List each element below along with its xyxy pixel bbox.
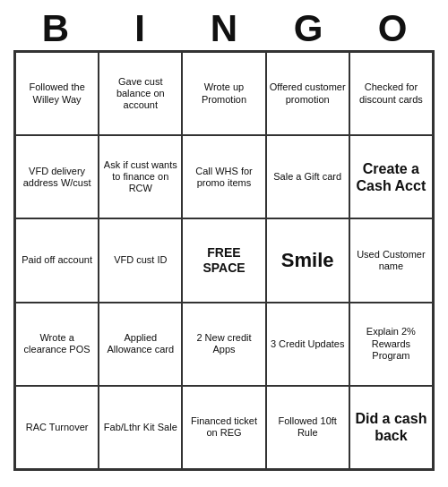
- cell-r0-c0[interactable]: Followed the Willey Way: [15, 52, 99, 135]
- cell-r2-c0[interactable]: Paid off account: [15, 218, 99, 302]
- header-letter: O: [350, 7, 435, 50]
- header-letter: G: [266, 7, 350, 50]
- cell-r1-c2[interactable]: Call WHS for promo items: [182, 135, 265, 218]
- cell-r1-c0[interactable]: VFD delivery address W/cust: [15, 135, 99, 218]
- cell-r0-c3[interactable]: Offered customer promotion: [266, 52, 349, 135]
- cell-r3-c1[interactable]: Applied Allowance card: [99, 303, 182, 386]
- cell-r3-c2[interactable]: 2 New credit Apps: [182, 303, 265, 386]
- cell-r2-c4[interactable]: Used Customer name: [349, 218, 433, 302]
- cell-r0-c4[interactable]: Checked for discount cards: [349, 52, 433, 135]
- cell-r0-c1[interactable]: Gave cust balance on account: [99, 52, 182, 135]
- cell-r2-c3[interactable]: Smile: [266, 218, 349, 302]
- cell-r3-c3[interactable]: 3 Credit Updates: [266, 303, 349, 386]
- cell-r4-c1[interactable]: Fab/Lthr Kit Sale: [99, 386, 182, 469]
- header-letter: N: [182, 7, 266, 50]
- cell-r0-c2[interactable]: Wrote up Promotion: [182, 52, 265, 135]
- cell-r1-c1[interactable]: Ask if cust wants to finance on RCW: [99, 135, 182, 218]
- cell-r2-c2[interactable]: FREE SPACE: [182, 218, 265, 302]
- cell-r1-c3[interactable]: Sale a Gift card: [266, 135, 349, 218]
- cell-r3-c4[interactable]: Explain 2% Rewards Program: [349, 303, 433, 386]
- cell-r1-c4[interactable]: Create a Cash Acct: [349, 135, 433, 218]
- cell-r4-c4[interactable]: Did a cash back: [349, 386, 433, 469]
- header-letter: I: [98, 7, 182, 50]
- bingo-grid: Followed the Willey WayGave cust balance…: [13, 50, 435, 471]
- cell-r4-c3[interactable]: Followed 10ft Rule: [266, 386, 349, 469]
- header-letter: B: [13, 7, 98, 50]
- bingo-header: BINGO: [13, 7, 435, 50]
- cell-r4-c2[interactable]: Financed ticket on REG: [182, 386, 265, 469]
- cell-r3-c0[interactable]: Wrote a clearance POS: [15, 303, 99, 386]
- cell-r2-c1[interactable]: VFD cust ID: [99, 218, 182, 302]
- cell-r4-c0[interactable]: RAC Turnover: [15, 386, 99, 469]
